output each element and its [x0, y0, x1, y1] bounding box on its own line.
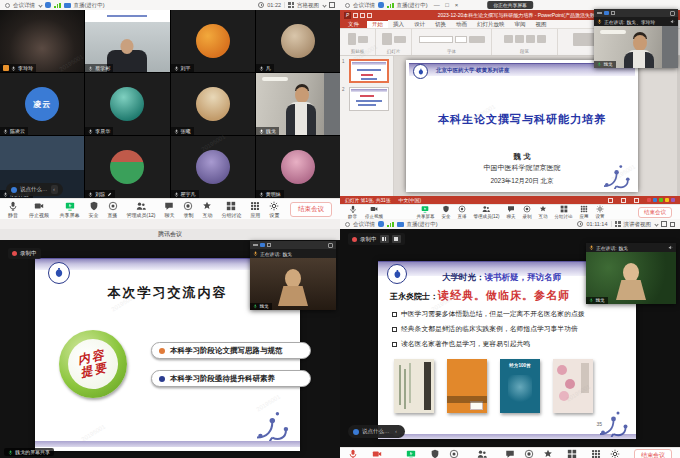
sharing-indicator-pill[interactable]: 你正在共享屏幕 — [487, 1, 533, 9]
apps-button[interactable]: 应用 — [250, 201, 260, 218]
collapse-icon[interactable]: ‹ — [51, 185, 58, 194]
participant-tile[interactable]: 蔡学彬 — [85, 10, 169, 72]
security-button[interactable]: 安全 — [89, 201, 99, 218]
view-mode-switcher[interactable]: 演讲者视图 — [624, 221, 652, 228]
live-button[interactable]: 直播 — [449, 449, 459, 458]
fullscreen-icon[interactable] — [661, 221, 667, 227]
interact-button[interactable]: 互动 — [539, 205, 548, 219]
undo-icon[interactable] — [360, 13, 365, 18]
chat-button[interactable]: 聊天 — [164, 201, 174, 218]
chat-input-placeholder[interactable]: 说点什么… — [362, 428, 390, 435]
apps-button[interactable]: 应用 — [591, 449, 601, 458]
minimize-icon[interactable] — [253, 244, 258, 246]
participant-tile[interactable]: 张曦 — [171, 73, 255, 135]
slide-thumbnail[interactable] — [349, 87, 389, 111]
start-video-button[interactable]: 停止视频 — [367, 449, 387, 458]
participant-tile[interactable]: 瞿宇凡 — [171, 136, 255, 198]
unmute-button[interactable]: 静音 — [348, 449, 358, 458]
minimize-icon[interactable] — [597, 12, 602, 14]
participant-tile-active-speaker[interactable]: 魏戈 — [256, 73, 340, 135]
tab-design[interactable]: 设计 — [409, 20, 430, 28]
expand-icon[interactable] — [670, 11, 675, 16]
participant-tile[interactable]: 凌云 陈凌云 — [0, 73, 84, 135]
tab-animations[interactable]: 动画 — [451, 20, 472, 28]
tab-slideshow[interactable]: 幻灯片放映 — [472, 20, 510, 28]
meeting-details-button[interactable]: 会议详情 — [353, 2, 375, 9]
tab-insert[interactable]: 插入 — [388, 20, 409, 28]
quick-chat-pill[interactable]: 说点什么… ‹ — [6, 183, 63, 196]
share-screen-button[interactable]: 共享屏幕 — [416, 205, 434, 219]
pause-recording-button[interactable] — [380, 235, 389, 243]
stop-video-button[interactable]: 停止视频 — [365, 205, 383, 219]
tab-home[interactable]: 开始 — [367, 20, 388, 28]
stop-video-button[interactable]: 停止视频 — [29, 201, 49, 218]
tab-transitions[interactable]: 切换 — [430, 20, 451, 28]
slideshow-view-icon[interactable] — [634, 198, 639, 203]
breakout-button[interactable]: 分组讨论 — [562, 449, 582, 458]
floating-video-panel[interactable]: 正在讲话:魏戈 魏戈 — [250, 241, 336, 310]
breakout-button[interactable]: 分组讨论 — [221, 201, 241, 218]
participant-tile[interactable]: 凡 — [256, 10, 340, 72]
live-status-badge[interactable]: 直播(进行中) — [74, 2, 105, 9]
normal-view-icon[interactable] — [621, 198, 626, 203]
meeting-details-button[interactable]: 会议详情 — [13, 2, 35, 9]
interact-button[interactable]: 互动 — [543, 449, 553, 458]
participant-tile[interactable]: 黄明妹 — [256, 136, 340, 198]
settings-button[interactable]: 设置 — [596, 205, 605, 219]
manage-members-button[interactable]: 管理成员(12) — [127, 201, 156, 218]
expand-icon[interactable] — [328, 243, 333, 248]
security-button[interactable]: 安全 — [441, 205, 450, 219]
chat-button[interactable]: 聊天 — [507, 205, 516, 219]
live-status-badge[interactable]: 直播(进行中) — [407, 221, 438, 228]
settings-button[interactable]: 设置 — [610, 449, 620, 458]
tab-view[interactable]: 视图 — [531, 20, 552, 28]
chat-input-placeholder[interactable]: 说点什么… — [20, 186, 48, 193]
window-icon[interactable] — [670, 222, 675, 227]
layout-icon[interactable] — [260, 243, 265, 248]
redo-icon[interactable] — [367, 13, 372, 18]
collapse-icon[interactable]: ‹ — [393, 427, 400, 436]
system-tray-icons[interactable] — [647, 198, 675, 202]
save-icon[interactable] — [353, 13, 358, 18]
tab-file[interactable]: 文件 — [340, 20, 367, 28]
end-meeting-button[interactable]: 结束会议 — [634, 449, 672, 458]
view-mode-switcher[interactable]: 宫格视图 — [297, 2, 319, 9]
grid-layout-icon[interactable] — [267, 243, 272, 248]
window-title-bar[interactable]: 腾讯会议 — [0, 229, 340, 240]
participant-tile[interactable]: 刘琼 — [85, 136, 169, 198]
grid-layout-icon[interactable] — [611, 11, 616, 16]
stop-recording-button[interactable] — [392, 235, 401, 243]
live-button[interactable]: 直播 — [108, 201, 118, 218]
manage-members-button[interactable]: 管理成员(12) — [468, 449, 497, 458]
participant-tile[interactable]: 刘平 — [171, 10, 255, 72]
layout-icon[interactable] — [604, 11, 609, 16]
meeting-details-button[interactable]: 会议详情 — [353, 221, 375, 228]
slide-thumbnail-panel[interactable]: 1 2 — [340, 56, 394, 196]
language-indicator[interactable]: 中文(中国) — [399, 197, 421, 203]
record-button[interactable]: 录制 — [183, 201, 193, 218]
record-button[interactable]: 录制 — [524, 449, 534, 458]
floating-video-panel[interactable]: 正在讲话:魏戈 魏戈 — [586, 243, 676, 304]
apps-button[interactable]: 应用 — [580, 205, 589, 219]
record-button[interactable]: 录制 — [523, 205, 532, 219]
quick-chat-pill[interactable]: 说点什么… ‹ — [348, 425, 405, 438]
end-meeting-button[interactable]: 结束会议 — [290, 202, 332, 217]
slide-editing-area[interactable]: 北京中医药大学·岐黄系列讲座 本科生论文撰写与科研能力培养 魏 戈 中国中医科学… — [394, 56, 680, 196]
interact-button[interactable]: 互动 — [202, 201, 212, 218]
fullscreen-icon[interactable] — [329, 2, 335, 8]
mute-button[interactable]: 静音 — [8, 201, 18, 218]
participant-tile[interactable]: 李玲玲 — [0, 10, 84, 72]
tab-review[interactable]: 审阅 — [510, 20, 531, 28]
slide-canvas-title-page[interactable]: 北京中医药大学·岐黄系列讲座 本科生论文撰写与科研能力培养 魏 戈 中国中医科学… — [406, 60, 638, 192]
manage-members-button[interactable]: 管理成员(12) — [473, 205, 499, 219]
floating-video-panel[interactable]: 正在讲话:魏戈、李玲玲 魏戈 — [594, 9, 678, 68]
security-button[interactable]: 安全 — [430, 449, 440, 458]
share-screen-button[interactable]: 共享屏幕 — [401, 449, 421, 458]
live-button[interactable]: 直播 — [457, 205, 466, 219]
mute-button[interactable]: 静音 — [348, 205, 357, 219]
settings-button[interactable]: 设置 — [269, 201, 279, 218]
share-screen-button[interactable]: 共享屏幕 — [60, 201, 80, 218]
slide-thumbnail-selected[interactable] — [349, 59, 389, 83]
breakout-button[interactable]: 分组讨论 — [555, 205, 573, 219]
notes-icon[interactable] — [608, 198, 613, 203]
